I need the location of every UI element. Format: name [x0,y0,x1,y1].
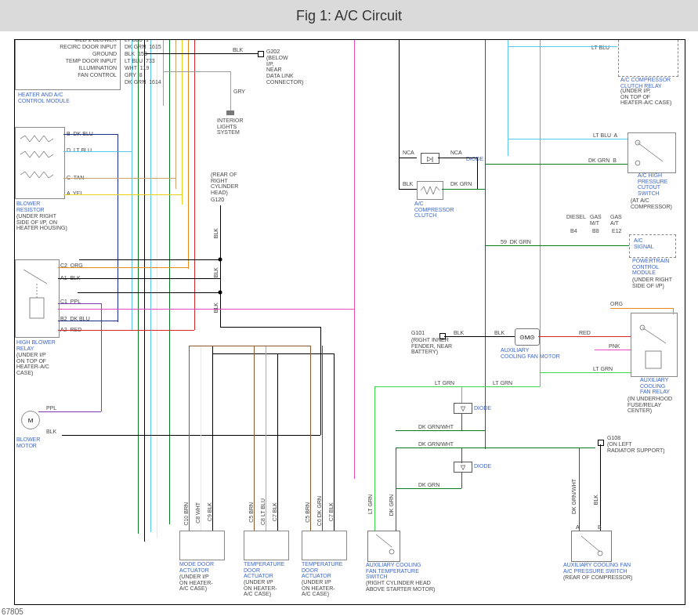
svg-rect-10 [646,351,661,368]
clutch-relay [618,39,678,77]
ground-loc: (BELOW I/P, NEAR DATA LINK CONNECTOR) [266,55,303,85]
component-name: INTERIOR LIGHTS SYSTEM [217,118,243,136]
wire-label: RED [579,330,591,336]
component-name: AUXILIARY COOLING FAN RELAY [640,377,670,395]
pcm-signal: A/C SIGNAL [634,237,654,249]
component-name: BLOWER MOTOR [16,437,40,448]
pin: C8 LT BLU [260,498,266,525]
component-loc: (UNDER I/P, ON TOP OF HEATER-A/C CASE) [620,88,671,106]
page-number: 67805 [2,607,24,616]
high-pressure-cutout-switch [627,132,676,173]
svg-line-5 [638,143,663,161]
wire-label: BLK [233,47,243,53]
component-name: TEMPERATURE DOOR ACTUATOR [302,561,342,579]
wire-label: DK GRN/WHT [571,479,577,514]
component-loc: (UNDER I/P ON HEATER- A/C CASE) [179,574,213,592]
component-name: HEATER AND A/C CONTROL MODULE [18,92,70,103]
component-name: A/C HIGH PRESSURE CUTOUT SWITCH [638,172,668,197]
pin-label: A [576,524,580,531]
component-loc: (UNDER RIGHT SIDE OF I/P) [632,277,672,288]
ground-label: G101 [411,330,425,336]
motor-icon: M [21,411,40,429]
component-loc: (UNDER I/P ON HEATER- A/C CASE) [244,579,277,597]
wire-label: LT BLU 1 [125,39,149,43]
diode-icon: ▷| [421,153,439,164]
wire-label: NCA [450,150,462,156]
pin-label: FAN CONTROL [63,72,117,78]
pin: C5 BRN [248,502,255,523]
pcm-pin: B8 [592,228,599,234]
wire-label: GRY 8 [125,72,143,78]
aux-cooling-fan-motor: ⊙M⊙ [515,328,540,346]
relay-icon [16,260,59,337]
splice-symbol [598,440,604,446]
component-name: HIGH BLOWER RELAY [16,339,56,351]
svg-line-11 [581,536,600,552]
component-name: A/C COMPRESSOR CLUTCH [414,201,454,219]
pin-label: TEMP DOOR INPUT [54,58,117,64]
pin: C7 BLK [328,502,335,521]
component-name: DIODE [474,463,491,469]
resistor-icon [16,128,64,198]
ac-pressure-switch [571,531,612,562]
wire-label: ORG [610,301,623,307]
svg-point-4 [389,549,394,554]
compressor-clutch [417,181,443,200]
pin: C8 WHT [195,502,201,524]
arrow-down-icon [226,111,234,115]
wire-label: GRY [233,89,245,95]
wire-label: NCA [403,150,414,156]
wire-label: BLK [494,330,505,336]
blower-resistor [15,127,65,199]
pin: C5 BRN [305,502,311,523]
pin-label: ILLUMINATION [63,65,117,71]
wire-label: LT GRN [493,380,512,386]
pcm-pin: E12 [612,228,621,234]
wire-label: BLK [213,267,219,277]
wire-label: WHT 119 [125,65,149,71]
wire-label: DK GRN 1615 [125,44,161,50]
svg-line-9 [642,328,666,343]
temperature-door-actuator-1 [244,531,289,560]
temperature-door-actuator-2 [302,531,347,560]
svg-line-3 [376,534,392,547]
aux-fan-temp-switch [367,531,400,562]
pin: DK GRN B [588,158,617,164]
ground-label: G202 [266,49,280,55]
diode-icon: ▽ [454,462,472,473]
pcm-pin: B4 [570,228,577,234]
wire-label: BLK [213,228,219,238]
component-name: AUXILIARY COOLING FAN TEMPERATURE SWITCH [366,562,421,580]
wire-label: DK GRN/WHT [418,424,454,430]
diagram-frame: Fig 1: A/C Circuit MED 2 BLOWER RECIRC D… [0,0,698,616]
pcm-col: DIESEL [566,214,586,220]
wire-label: LT GRN [435,380,454,386]
wire-label: DK GRN 1614 [125,79,161,85]
svg-rect-1 [30,298,44,318]
pin: D LT BLU [67,147,92,154]
component-name: DIODE [474,405,491,411]
wire-label: PPL [46,405,56,411]
wire-label: LT BLU 733 [125,58,155,64]
component-loc: (UNDER RIGHT SIDE OF I/P, ON HEATER HOUS… [16,213,67,231]
wire-label: BLK [454,330,464,336]
component-loc: (AT A/C COMPRESSOR) [631,197,672,209]
ground-loc: (RIGHT INNER FENDER, NEAR BATTERY) [411,337,452,355]
component-name: BLOWER RESISTOR [16,201,45,212]
title-bar: Fig 1: A/C Circuit [0,0,698,31]
mode-door-actuator [179,531,225,560]
diode-icon: ▽ [454,403,472,414]
wire-label: LT GRN [367,495,374,514]
wire-label: DK GRN [450,181,472,187]
diagram-canvas: MED 2 BLOWER RECIRC DOOR INPUT GROUND TE… [14,39,685,605]
pin-label: B [598,524,602,531]
ground-loc: (ON LEFT RADIATOR SUPPORT) [607,441,665,453]
svg-point-7 [635,161,640,165]
wire-label: BLK [46,429,56,435]
splice-symbol [258,51,264,57]
wire-label: DK GRN/WHT [418,441,454,448]
ground-label: G120 [211,197,224,203]
figure-title: Fig 1: A/C Circuit [296,8,402,24]
wire-label: LT GRN [593,366,613,372]
pin-label: MED 2 BLOWER [54,39,117,43]
